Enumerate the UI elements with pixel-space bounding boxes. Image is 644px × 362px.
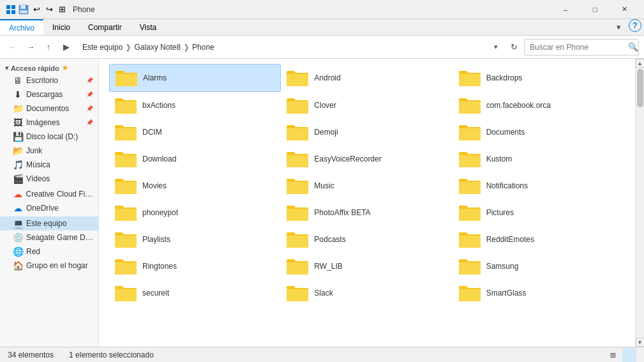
folder-icon: [114, 123, 137, 142]
folder-item-redditemotes[interactable]: RedditEmotes: [453, 226, 625, 253]
folder-item-android[interactable]: Android: [281, 64, 453, 92]
sidebar-item-disco-local[interactable]: 💾 Disco local (D:): [0, 130, 98, 144]
folder-name: Samsung: [486, 262, 519, 271]
sidebar-item-grupo[interactable]: 🏠 Grupo en el hogar: [0, 259, 98, 273]
folder-item-smartglass[interactable]: SmartGlass: [453, 280, 625, 306]
folder-item-kustom[interactable]: Kustom: [453, 146, 625, 172]
sidebar: ▾ Acceso rápido ★ 🖥 Escritorio 📌 ⬇ Desca…: [0, 59, 99, 347]
folder-item-documents[interactable]: Documents: [453, 119, 625, 146]
up-button[interactable]: ↑: [41, 40, 56, 55]
scroll-thumb[interactable]: [637, 69, 643, 107]
folder-item-clover[interactable]: Clover: [281, 92, 453, 119]
tab-vista[interactable]: Vista: [131, 19, 165, 35]
scroll-track[interactable]: [636, 68, 645, 338]
parent-arrow[interactable]: ▶: [59, 40, 74, 55]
folder-item-secureit[interactable]: secureit: [109, 280, 281, 306]
forward-button[interactable]: →: [23, 40, 38, 55]
scroll-down-button[interactable]: ▼: [636, 338, 645, 347]
folder-item-notifications[interactable]: Notifications: [453, 172, 625, 199]
breadcrumb-expand-button[interactable]: ▾: [488, 40, 504, 55]
sidebar-item-escritorio[interactable]: 🖥 Escritorio 📌: [0, 73, 98, 87]
list-view-button[interactable]: ≣: [606, 348, 620, 362]
scroll-up-button[interactable]: ▲: [636, 59, 645, 68]
folder-item-samsung[interactable]: Samsung: [453, 253, 625, 280]
save-icon[interactable]: [18, 4, 29, 15]
sidebar-item-videos[interactable]: 🎬 Vídeos: [0, 172, 98, 186]
seagate-icon: 💿: [13, 232, 23, 243]
maximize-button[interactable]: □: [580, 0, 610, 19]
minimize-button[interactable]: –: [551, 0, 580, 19]
tab-archivo[interactable]: Archivo: [0, 19, 43, 35]
sidebar-item-red[interactable]: 🌐 Red: [0, 245, 98, 259]
ribbon-expand-button[interactable]: ▾: [611, 19, 626, 34]
tab-compartir[interactable]: Compartir: [79, 19, 131, 35]
folder-name: com.facebook.orca: [486, 101, 551, 110]
sidebar-este-equipo-label: Este equipo: [26, 219, 66, 228]
sidebar-item-junk[interactable]: 📂 Junk: [0, 144, 98, 158]
folder-name: bxActions: [142, 101, 176, 110]
redo-icon[interactable]: ↪: [43, 4, 55, 15]
sidebar-item-musica[interactable]: 🎵 Música: [0, 158, 98, 172]
folder-item-easyvoicerecorder[interactable]: EasyVoiceRecorder: [281, 146, 453, 172]
folder-item-demoji[interactable]: Demoji: [281, 119, 453, 146]
disco-local-icon: 💾: [13, 132, 23, 142]
close-button[interactable]: ✕: [610, 0, 639, 19]
folder-item-download[interactable]: Download: [109, 146, 281, 172]
sidebar-item-seagate[interactable]: 💿 Seagate Game Drive (: [0, 230, 98, 245]
folder-item-photoaffix-beta[interactable]: PhotoAffix BETA: [281, 199, 453, 226]
folder-item-phoneypot[interactable]: phoneypot: [109, 199, 281, 226]
folder-name: RW_LIB: [314, 262, 342, 271]
folder-item-music[interactable]: Music: [281, 172, 453, 199]
refresh-button[interactable]: ↻: [506, 40, 521, 55]
undo-icon[interactable]: ↩: [31, 4, 42, 15]
sidebar-documentos-label: Documentos: [26, 104, 69, 113]
sidebar-item-documentos[interactable]: 📁 Documentos 📌: [0, 102, 98, 116]
sidebar-item-descargas[interactable]: ⬇ Descargas 📌: [0, 87, 98, 102]
sidebar-item-este-equipo[interactable]: 💻 Este equipo: [0, 216, 98, 230]
sidebar-item-creative-cloud[interactable]: ☁ Creative Cloud Files: [0, 187, 98, 201]
escritorio-icon: 🖥: [13, 75, 23, 86]
documentos-icon: 📁: [13, 103, 23, 114]
sidebar-cloud-section: ☁ Creative Cloud Files ☁ OneDrive: [0, 187, 98, 215]
sidebar-seagate-label: Seagate Game Drive (: [26, 233, 93, 242]
folder-name: Kustom: [486, 155, 513, 163]
folder-item-dcim[interactable]: DCIM: [109, 119, 281, 146]
folder-icon: [458, 257, 481, 276]
tab-inicio[interactable]: Inicio: [43, 19, 79, 35]
folder-icon: [114, 283, 137, 303]
folder-icon: [114, 203, 137, 222]
search-input[interactable]: [530, 43, 625, 52]
folder-item-pictures[interactable]: Pictures: [453, 199, 625, 226]
grid-view-button[interactable]: ⁤: [622, 348, 636, 362]
folder-item-bxactions[interactable]: bxActions: [109, 92, 281, 119]
folder-item-slack[interactable]: Slack: [281, 280, 453, 306]
folder-name: phoneypot: [142, 208, 178, 217]
search-icon: 🔍: [628, 42, 638, 52]
folder-icon: [286, 230, 309, 249]
sidebar-junk-label: Junk: [26, 146, 42, 155]
titlebar: ↩ ↪ ⊞ Phone – □ ✕: [0, 0, 644, 19]
folder-item-playlists[interactable]: Playlists: [109, 226, 281, 253]
folder-icon: [458, 96, 481, 115]
sidebar-item-imagenes[interactable]: 🖼 Imágenes 📌: [0, 116, 98, 130]
sidebar-quick-access-header[interactable]: ▾ Acceso rápido ★: [0, 61, 98, 73]
breadcrumb[interactable]: Este equipo ❱ Galaxy Note8 ❱ Phone: [77, 39, 486, 56]
sidebar-thispc-section: 💻 Este equipo 💿 Seagate Game Drive ( 🌐 R…: [0, 216, 98, 273]
folder-item-backdrops[interactable]: Backdrops: [453, 64, 625, 92]
svg-rect-3: [11, 10, 15, 14]
folder-item-alarms[interactable]: Alarms: [109, 64, 281, 92]
folder-item-ringtones[interactable]: Ringtones: [109, 253, 281, 280]
back-button[interactable]: ←: [5, 40, 20, 55]
folder-icon: [286, 176, 309, 195]
help-button[interactable]: ?: [629, 19, 641, 32]
folder-item-com.facebook.orca[interactable]: com.facebook.orca: [453, 92, 625, 119]
folder-item-movies[interactable]: Movies: [109, 172, 281, 199]
svg-rect-2: [6, 10, 10, 14]
folder-item-rw_lib[interactable]: RW_LIB: [281, 253, 453, 280]
folder-icon: [114, 96, 137, 115]
folder-item-podcasts[interactable]: Podcasts: [281, 226, 453, 253]
sidebar-item-onedrive[interactable]: ☁ OneDrive: [0, 201, 98, 215]
folder-icon: [114, 149, 137, 169]
properties-icon[interactable]: ⊞: [56, 4, 68, 15]
scrollbar-right[interactable]: ▲ ▼: [635, 59, 644, 347]
